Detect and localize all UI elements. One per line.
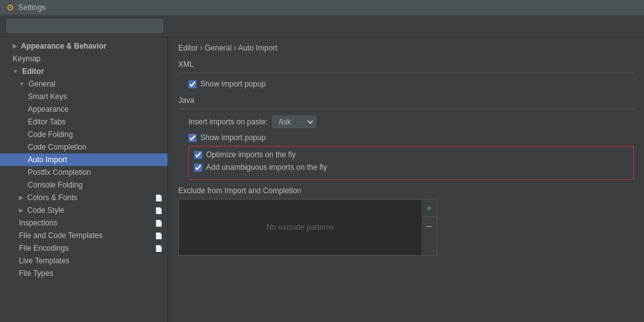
sidebar-item-code-folding[interactable]: Code Folding <box>0 128 167 141</box>
exclude-empty-text: No exclude patterns <box>267 223 334 232</box>
sidebar-item-postfix-completion[interactable]: Postfix Completion <box>0 166 167 179</box>
xml-show-import-popup-checkbox[interactable] <box>188 80 197 88</box>
java-show-import-popup-checkbox[interactable] <box>188 134 197 142</box>
page-icon: 📄 <box>155 245 162 252</box>
settings-icon: ⚙ <box>6 3 15 13</box>
search-wrapper: 🔍 <box>6 19 163 33</box>
sidebar-item-file-code-templates[interactable]: File and Code Templates 📄 <box>0 229 167 242</box>
dialog-header: 🔍 <box>0 15 644 37</box>
java-show-import-popup-row: Show import popup <box>178 133 634 142</box>
java-divider <box>178 109 634 109</box>
sidebar-item-colors-fonts[interactable]: ▶ Colors & Fonts 📄 <box>0 191 167 204</box>
arrow-icon: ▶ <box>13 43 17 49</box>
exclude-label: Exclude from Import and Completion <box>178 186 634 195</box>
main-layout: ▶ Appearance & Behavior Keymap ▼ Editor … <box>0 37 644 322</box>
remove-pattern-button[interactable]: – <box>422 217 437 235</box>
add-pattern-button[interactable]: + <box>422 200 437 217</box>
settings-dialog: 🔍 ▶ Appearance & Behavior Keymap ▼ Edito… <box>0 15 644 322</box>
arrow-icon: ▶ <box>19 207 23 213</box>
sidebar-item-smart-keys[interactable]: Smart Keys <box>0 90 167 103</box>
sidebar: ▶ Appearance & Behavior Keymap ▼ Editor … <box>0 37 168 322</box>
sidebar-item-general[interactable]: ▼ General <box>0 78 167 90</box>
xml-show-import-popup-label: Show import popup <box>200 80 265 88</box>
arrow-icon: ▼ <box>19 81 25 87</box>
sidebar-item-code-completion[interactable]: Code Completion <box>0 141 167 153</box>
add-unambiguous-row: Add unambiguous imports on the fly <box>194 163 628 172</box>
arrow-icon: ▶ <box>19 194 23 201</box>
page-icon: 📄 <box>155 194 162 201</box>
exclude-list: No exclude patterns <box>178 199 422 256</box>
page-icon: 📄 <box>155 232 162 239</box>
optimize-imports-label: Optimize imports on the fly <box>206 150 296 159</box>
search-input[interactable] <box>6 19 163 33</box>
sidebar-item-appearance-behavior[interactable]: ▶ Appearance & Behavior <box>0 40 167 52</box>
sidebar-item-file-encodings[interactable]: File Encodings 📄 <box>0 242 167 254</box>
insert-imports-label: Insert imports on paste: <box>188 117 267 126</box>
exclude-box: No exclude patterns + – <box>178 199 437 256</box>
sidebar-item-code-style[interactable]: ▶ Code Style 📄 <box>0 204 167 217</box>
content-panel: Editor › General › Auto Import XML Show … <box>168 37 644 322</box>
page-icon: 📄 <box>155 207 162 214</box>
sidebar-item-appearance[interactable]: Appearance <box>0 103 167 116</box>
optimize-imports-checkbox[interactable] <box>194 151 202 159</box>
sidebar-item-editor-tabs[interactable]: Editor Tabs <box>0 116 167 128</box>
sidebar-item-keymap[interactable]: Keymap <box>0 52 167 65</box>
add-unambiguous-checkbox[interactable] <box>194 164 202 172</box>
xml-show-import-popup-row: Show import popup <box>178 80 634 88</box>
add-unambiguous-label: Add unambiguous imports on the fly <box>206 163 327 172</box>
breadcrumb: Editor › General › Auto Import <box>178 44 634 52</box>
xml-divider <box>178 73 634 73</box>
sidebar-item-inspections[interactable]: Inspections 📄 <box>0 217 167 229</box>
exclude-buttons: + – <box>422 199 437 256</box>
title-text: Settings <box>18 3 46 12</box>
sidebar-item-auto-import[interactable]: Auto Import <box>0 153 167 166</box>
arrow-icon: ▼ <box>13 68 18 75</box>
sidebar-item-editor[interactable]: ▼ Editor <box>0 65 167 78</box>
java-show-import-popup-label: Show import popup <box>200 133 265 142</box>
page-icon: 📄 <box>155 220 162 227</box>
java-section-label: Java <box>178 96 634 105</box>
sidebar-item-file-types[interactable]: File Types <box>0 267 167 280</box>
insert-imports-row: Insert imports on paste: Ask Always Neve… <box>178 116 634 128</box>
xml-section-label: XML <box>178 60 634 69</box>
sidebar-item-live-templates[interactable]: Live Templates <box>0 254 167 267</box>
optimize-imports-row: Optimize imports on the fly <box>194 150 628 159</box>
sidebar-item-console-folding[interactable]: Console Folding <box>0 179 167 191</box>
highlighted-imports-box: Optimize imports on the fly Add unambigu… <box>188 146 634 180</box>
insert-imports-select[interactable]: Ask Always Never <box>272 116 316 128</box>
exclude-section: Exclude from Import and Completion No ex… <box>178 186 634 256</box>
title-bar: ⚙ Settings <box>0 0 644 15</box>
